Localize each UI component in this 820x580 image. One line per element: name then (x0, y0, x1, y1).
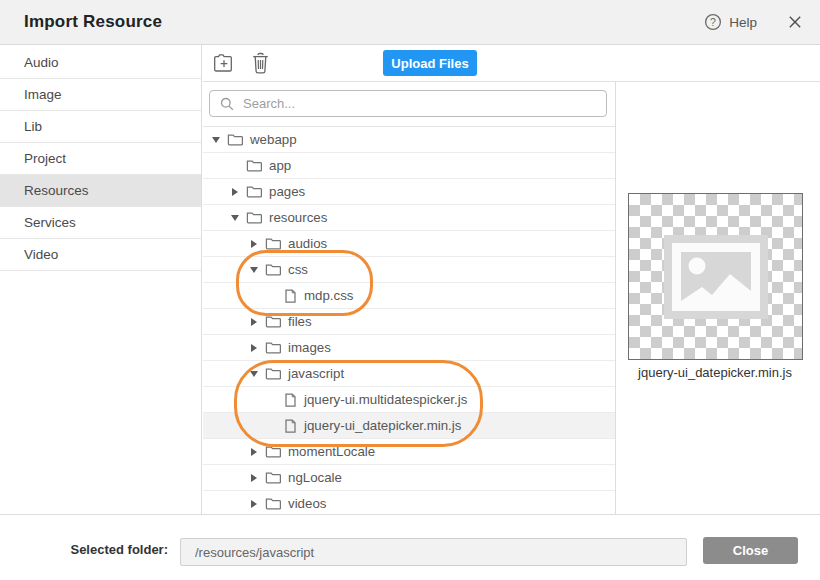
tree-row-jquery-ui-multidatespicker-js[interactable]: jquery-ui.multidatespicker.js (203, 387, 615, 413)
folder-icon (265, 445, 281, 458)
sidebar-item-label: Project (24, 151, 66, 166)
sidebar-item-label: Video (24, 247, 58, 262)
file-tree-panel: webappapppagesresourcesaudioscssmdp.cssf… (203, 82, 616, 514)
folder-icon (265, 471, 281, 484)
folder-icon (265, 341, 281, 354)
file-icon (284, 393, 297, 407)
tree-row-webapp[interactable]: webapp (203, 127, 615, 153)
dialog-header: Import Resource ? Help (0, 0, 820, 45)
svg-text:?: ? (710, 16, 716, 28)
tree-row-css[interactable]: css (203, 257, 615, 283)
chevron-down-icon[interactable] (229, 215, 241, 221)
image-placeholder-icon (664, 235, 768, 319)
tree-row-resources[interactable]: resources (203, 205, 615, 231)
tree-item-label: ngLocale (288, 470, 342, 485)
chevron-down-icon[interactable] (248, 371, 260, 377)
delete-button[interactable] (251, 52, 270, 75)
close-icon[interactable] (788, 15, 802, 29)
tree-row-app[interactable]: app (203, 153, 615, 179)
toolbar: Upload Files (203, 45, 820, 82)
file-tree: webappapppagesresourcesaudioscssmdp.cssf… (203, 127, 615, 514)
file-icon (284, 419, 297, 433)
sidebar-item-label: Services (24, 215, 76, 230)
new-folder-icon (213, 53, 235, 73)
preview-panel: jquery-ui_datepicker.min.js (616, 82, 820, 514)
sidebar-item-video[interactable]: Video (0, 239, 201, 271)
tree-row-files[interactable]: files (203, 309, 615, 335)
preview-checkerboard (628, 193, 803, 360)
tree-item-label: mdp.css (304, 288, 354, 303)
tree-row-pages[interactable]: pages (203, 179, 615, 205)
chevron-right-icon[interactable] (248, 344, 260, 352)
close-button[interactable]: Close (703, 537, 798, 564)
folder-icon (265, 263, 281, 276)
tree-item-label: app (269, 158, 291, 173)
selected-folder-label: Selected folder: (20, 542, 168, 557)
sidebar-item-label: Lib (24, 119, 42, 134)
tree-item-label: jquery-ui_datepicker.min.js (304, 418, 461, 433)
tree-item-label: javascript (288, 366, 344, 381)
trash-icon (251, 52, 270, 75)
sidebar-item-resources[interactable]: Resources (0, 175, 201, 207)
folder-icon (265, 315, 281, 328)
folder-icon (265, 367, 281, 380)
sidebar-item-label: Audio (24, 55, 59, 70)
tree-item-label: images (288, 340, 331, 355)
chevron-right-icon[interactable] (248, 318, 260, 326)
upload-files-button[interactable]: Upload Files (383, 50, 477, 76)
tree-item-label: momentLocale (288, 444, 375, 459)
tree-item-label: videos (288, 496, 326, 511)
chevron-right-icon[interactable] (229, 188, 241, 196)
folder-icon (246, 185, 262, 198)
new-folder-button[interactable] (213, 53, 235, 73)
search-box (209, 90, 607, 117)
sidebar-item-image[interactable]: Image (0, 79, 201, 111)
file-icon (284, 289, 297, 303)
sidebar-item-project[interactable]: Project (0, 143, 201, 175)
search-input[interactable] (241, 95, 606, 112)
folder-icon (246, 211, 262, 224)
sidebar-item-label: Image (24, 87, 62, 102)
tree-item-label: resources (269, 210, 327, 225)
tree-item-label: css (288, 262, 308, 277)
category-sidebar: AudioImageLibProjectResourcesServicesVid… (0, 45, 202, 514)
sidebar-item-label: Resources (24, 183, 89, 198)
sidebar-item-lib[interactable]: Lib (0, 111, 201, 143)
dialog-title: Import Resource (24, 12, 162, 32)
search-bar (203, 82, 615, 127)
selected-folder-input[interactable] (180, 538, 687, 566)
help-link[interactable]: Help (729, 15, 757, 30)
folder-icon (265, 497, 281, 510)
chevron-down-icon[interactable] (248, 267, 260, 273)
tree-row-jquery-ui-datepicker-min-js[interactable]: jquery-ui_datepicker.min.js (203, 413, 615, 439)
tree-row-nglocale[interactable]: ngLocale (203, 465, 615, 491)
tree-item-label: audios (288, 236, 327, 251)
preview-caption: jquery-ui_datepicker.min.js (620, 365, 810, 380)
tree-row-javascript[interactable]: javascript (203, 361, 615, 387)
chevron-right-icon[interactable] (248, 500, 260, 508)
folder-icon (227, 133, 243, 146)
chevron-down-icon[interactable] (210, 137, 222, 143)
folder-icon (265, 237, 281, 250)
tree-item-label: pages (269, 184, 305, 199)
header-actions: ? Help (704, 13, 802, 31)
help-icon[interactable]: ? (704, 13, 722, 31)
tree-row-mdp-css[interactable]: mdp.css (203, 283, 615, 309)
sidebar-item-audio[interactable]: Audio (0, 47, 201, 79)
tree-item-label: jquery-ui.multidatespicker.js (304, 392, 467, 407)
tree-row-momentlocale[interactable]: momentLocale (203, 439, 615, 465)
chevron-right-icon[interactable] (248, 240, 260, 248)
import-resource-dialog: Import Resource ? Help AudioImageLibProj… (0, 0, 820, 580)
sidebar-item-services[interactable]: Services (0, 207, 201, 239)
dialog-footer: Selected folder: Close (0, 514, 820, 580)
chevron-right-icon[interactable] (248, 448, 260, 456)
folder-icon (246, 159, 262, 172)
search-icon (220, 97, 234, 111)
tree-row-audios[interactable]: audios (203, 231, 615, 257)
tree-row-videos[interactable]: videos (203, 491, 615, 514)
tree-row-images[interactable]: images (203, 335, 615, 361)
tree-item-label: webapp (250, 132, 297, 147)
tree-item-label: files (288, 314, 312, 329)
chevron-right-icon[interactable] (248, 474, 260, 482)
